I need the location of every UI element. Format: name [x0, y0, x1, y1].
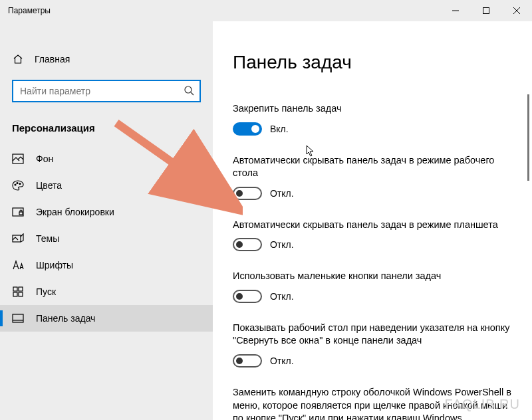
sidebar: Главная Персонализация Фон Цвета	[0, 21, 213, 420]
lock-screen-icon	[12, 206, 24, 218]
sidebar-item-label: Цвета	[36, 180, 62, 191]
scrollbar[interactable]	[527, 94, 529, 181]
maximize-button[interactable]	[471, 0, 501, 21]
main-content: Панель задач Закрепить панель задач Вкл.…	[213, 21, 532, 420]
search-field[interactable]	[20, 86, 184, 96]
start-icon	[12, 286, 24, 298]
setting-small-buttons: Использовать маленькие кнопки панели зад…	[233, 270, 512, 303]
section-title: Персонализация	[0, 118, 213, 138]
setting-label: Автоматически скрывать панель задач в ре…	[233, 154, 512, 180]
sidebar-item-label: Шрифты	[36, 260, 73, 270]
close-button[interactable]	[501, 0, 532, 21]
sidebar-item-lockscreen[interactable]: Экран блокировки	[0, 199, 213, 225]
home-label: Главная	[35, 54, 70, 64]
minimize-button[interactable]	[440, 0, 471, 21]
toggle-lock-taskbar[interactable]	[233, 122, 262, 136]
setting-lock-taskbar: Закрепить панель задач Вкл.	[233, 102, 512, 136]
svg-rect-15	[13, 292, 17, 296]
sidebar-item-label: Пуск	[36, 286, 56, 297]
picture-icon	[12, 153, 24, 165]
toggle-autohide-desktop[interactable]	[233, 187, 262, 200]
sidebar-item-colors[interactable]: Цвета	[0, 172, 213, 199]
svg-point-9	[19, 183, 21, 185]
home-icon	[12, 53, 24, 65]
toggle-autohide-tablet[interactable]	[233, 238, 262, 251]
fonts-icon	[12, 259, 24, 271]
toggle-peek-desktop[interactable]	[233, 354, 262, 368]
toggle-small-buttons[interactable]	[233, 290, 262, 303]
svg-point-7	[15, 184, 16, 185]
sidebar-item-taskbar[interactable]: Панель задач	[0, 305, 213, 332]
sidebar-item-label: Темы	[36, 233, 59, 244]
svg-rect-11	[19, 212, 23, 215]
search-icon	[184, 85, 194, 98]
page-title: Панель задач	[233, 52, 512, 73]
themes-icon	[12, 233, 24, 245]
svg-rect-17	[13, 314, 23, 322]
svg-line-5	[191, 92, 194, 95]
setting-peek-desktop: Показывать рабочий стол при наведении ук…	[233, 322, 512, 368]
svg-point-8	[17, 183, 18, 184]
toggle-state: Откл.	[270, 356, 294, 366]
toggle-state: Откл.	[270, 291, 294, 302]
sidebar-item-label: Фон	[36, 154, 53, 164]
taskbar-icon	[12, 312, 24, 324]
search-input[interactable]	[12, 80, 201, 102]
setting-autohide-desktop: Автоматически скрывать панель задач в ре…	[233, 154, 512, 200]
svg-rect-14	[19, 287, 23, 291]
watermark: FAQLIB.RU	[445, 397, 520, 412]
titlebar: Параметры	[0, 0, 532, 21]
setting-label: Закрепить панель задач	[233, 102, 512, 116]
sidebar-item-label: Панель задач	[36, 313, 95, 324]
window-title: Параметры	[8, 6, 51, 15]
toggle-state: Откл.	[270, 188, 294, 199]
setting-label: Использовать маленькие кнопки панели зад…	[233, 270, 512, 283]
svg-point-4	[185, 86, 192, 93]
setting-label: Автоматически скрывать панель задач в ре…	[233, 219, 512, 232]
sidebar-item-background[interactable]: Фон	[0, 146, 213, 172]
sidebar-item-label: Экран блокировки	[36, 207, 114, 217]
svg-rect-13	[13, 287, 17, 291]
svg-rect-16	[19, 292, 23, 296]
window-controls	[440, 0, 532, 21]
palette-icon	[12, 179, 24, 191]
setting-label: Показывать рабочий стол при наведении ук…	[233, 322, 512, 348]
sidebar-item-themes[interactable]: Темы	[0, 225, 213, 252]
setting-autohide-tablet: Автоматически скрывать панель задач в ре…	[233, 219, 512, 252]
svg-rect-1	[483, 8, 489, 14]
sidebar-item-fonts[interactable]: Шрифты	[0, 252, 213, 278]
home-nav[interactable]: Главная	[0, 48, 213, 70]
toggle-state: Откл.	[270, 239, 294, 250]
toggle-state: Вкл.	[270, 124, 289, 134]
sidebar-item-start[interactable]: Пуск	[0, 278, 213, 305]
